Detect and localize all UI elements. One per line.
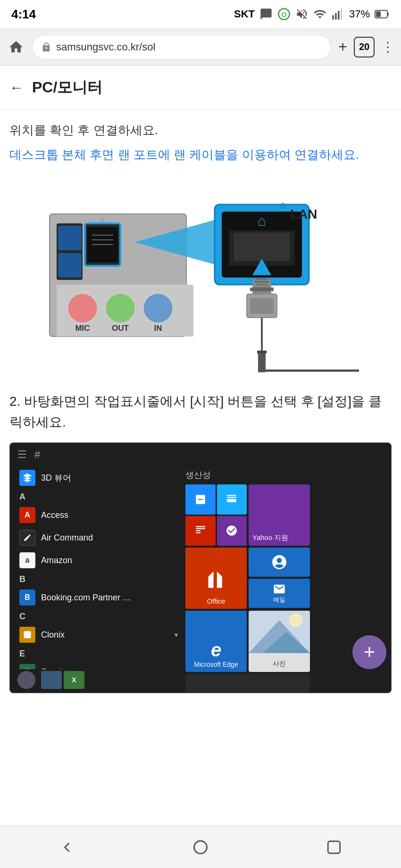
svg-rect-35 bbox=[252, 280, 271, 287]
link-text[interactable]: 데스크톱 본체 후면 랜 포트에 랜 케이블을 이용하여 연결하세요. bbox=[9, 145, 392, 165]
svg-rect-8 bbox=[376, 11, 381, 17]
svg-rect-43 bbox=[265, 369, 359, 372]
mail-tile[interactable]: 메일 bbox=[249, 579, 310, 608]
svg-rect-47 bbox=[24, 631, 31, 639]
svg-text:LAN: LAN bbox=[290, 207, 317, 221]
svg-rect-12 bbox=[58, 253, 82, 278]
svg-rect-41 bbox=[257, 351, 267, 353]
browser-actions: + 20 ⋮ bbox=[338, 37, 393, 57]
app-icon-3d bbox=[19, 470, 35, 486]
app-name-amazon: Amazon bbox=[41, 556, 72, 565]
win-hash-icon: # bbox=[34, 449, 40, 461]
svg-rect-39 bbox=[250, 298, 274, 314]
status-bar: 4:14 SKT O 37% bbox=[0, 0, 401, 28]
section-letter-a: A bbox=[17, 489, 180, 504]
svg-text:O: O bbox=[282, 11, 287, 18]
expand-arrow-icon: ▾ bbox=[175, 631, 178, 639]
home-nav-button[interactable] bbox=[186, 833, 215, 861]
excel-bottom-tile: X bbox=[64, 671, 84, 689]
app-name-3d: 3D 뷰어 bbox=[41, 472, 71, 483]
url-text: samsungsvc.co.kr/sol bbox=[56, 41, 155, 53]
recent-nav-button[interactable] bbox=[320, 833, 348, 861]
windows-screenshot: ☰ # 3D 뷰어 A A Acces bbox=[9, 442, 392, 693]
svg-text:⌂: ⌂ bbox=[100, 216, 105, 224]
site-lock-icon bbox=[41, 42, 51, 52]
lan-diagram: ⌂ MIC OUT IN ⌂ bbox=[9, 176, 392, 374]
battery-text: 37% bbox=[349, 8, 370, 20]
bottom-nav bbox=[0, 826, 401, 868]
talk-icon bbox=[259, 8, 273, 21]
svg-text:⌂: ⌂ bbox=[258, 213, 266, 229]
photos-tile-label: 사진 bbox=[273, 660, 286, 668]
svg-rect-3 bbox=[335, 13, 337, 20]
url-bar[interactable]: samsungsvc.co.kr/sol bbox=[32, 35, 331, 59]
list-item-excel[interactable]: X Excel bbox=[17, 661, 180, 669]
office-tile-label: Office bbox=[207, 597, 226, 605]
search-tile[interactable]: 탐색 bbox=[185, 674, 310, 693]
back-button[interactable]: ← bbox=[9, 80, 24, 96]
svg-rect-36 bbox=[250, 287, 274, 291]
list-item-aircommand[interactable]: Air Command bbox=[17, 526, 180, 549]
skype-tile[interactable] bbox=[249, 548, 310, 577]
status-icons: SKT O 37% bbox=[234, 8, 390, 21]
svg-rect-53 bbox=[328, 841, 341, 853]
app-icon-excel: X bbox=[19, 664, 35, 669]
win-app-list: 3D 뷰어 A A Access Air Command bbox=[10, 467, 180, 669]
app-icon-amazon: a bbox=[19, 552, 35, 568]
app-name-aircommand: Air Command bbox=[41, 533, 93, 543]
browser-bar: samsungsvc.co.kr/sol + 20 ⋮ bbox=[0, 28, 401, 66]
new-tab-button[interactable]: + bbox=[338, 38, 347, 56]
list-item-clonix[interactable]: Clonix ▾ bbox=[17, 623, 180, 646]
list-item-access[interactable]: A Access bbox=[17, 504, 180, 526]
yahoo-tile[interactable]: Yahoo 지원 bbox=[249, 484, 310, 546]
signal-icon bbox=[331, 8, 344, 21]
svg-rect-7 bbox=[387, 13, 389, 16]
office-tile[interactable]: Office bbox=[185, 548, 247, 609]
edge-tile-label: Microsoft Edge bbox=[194, 661, 238, 668]
svg-rect-31 bbox=[234, 233, 290, 261]
svg-rect-2 bbox=[332, 15, 334, 19]
app-name-booking: Booking.com Partner App (Samsun... bbox=[41, 593, 135, 603]
battery-icon bbox=[375, 9, 390, 19]
win-start-menu: 3D 뷰어 A A Access Air Command bbox=[10, 467, 391, 669]
app-icon-access: A bbox=[19, 507, 35, 523]
edge-tile[interactable]: e Microsoft Edge bbox=[185, 611, 247, 672]
fab-button[interactable]: + bbox=[352, 635, 386, 669]
svg-point-24 bbox=[143, 293, 173, 323]
svg-rect-40 bbox=[261, 318, 263, 355]
section-letter-e: E bbox=[17, 646, 180, 661]
app-name-excel: Excel bbox=[41, 667, 62, 670]
o-icon: O bbox=[277, 8, 291, 21]
back-nav-button[interactable] bbox=[53, 833, 81, 861]
status-time: 4:14 bbox=[11, 7, 36, 22]
app-icon-aircommand bbox=[19, 530, 35, 546]
tiles-section-title: 생산성 bbox=[185, 467, 385, 484]
list-item-booking[interactable]: B Booking.com Partner App (Samsun... bbox=[17, 586, 180, 609]
svg-rect-4 bbox=[338, 11, 340, 20]
section-letter-c: C bbox=[17, 609, 180, 623]
page-title: PC/모니터 bbox=[32, 77, 102, 98]
browser-menu-button[interactable]: ⋮ bbox=[381, 39, 393, 55]
svg-point-20 bbox=[67, 293, 98, 323]
win-taskbar-top: ☰ # bbox=[10, 443, 391, 467]
win-hamburger-icon: ☰ bbox=[17, 449, 27, 461]
yahoo-tile-label: Yahoo 지원 bbox=[252, 533, 288, 542]
tab-count-button[interactable]: 20 bbox=[354, 37, 375, 57]
svg-point-52 bbox=[194, 841, 207, 853]
bottom-tile-1 bbox=[41, 671, 62, 689]
photos-tile[interactable]: 사진 bbox=[249, 611, 310, 672]
list-item-amazon[interactable]: a Amazon bbox=[17, 549, 180, 572]
app-icon-clonix bbox=[19, 627, 35, 643]
svg-text:⌂: ⌂ bbox=[280, 199, 286, 211]
content-area: 위치를 확인 후 연결하세요. 데스크톱 본체 후면 랜 포트에 랜 케이블을 … bbox=[0, 110, 401, 752]
home-button[interactable] bbox=[8, 39, 25, 56]
svg-rect-5 bbox=[341, 8, 343, 19]
svg-text:OUT: OUT bbox=[112, 324, 129, 333]
intro-text: 위치를 확인 후 연결하세요. bbox=[9, 121, 392, 139]
svg-point-51 bbox=[289, 613, 303, 627]
list-item[interactable]: 3D 뷰어 bbox=[17, 467, 180, 489]
svg-rect-42 bbox=[258, 353, 266, 372]
app-name-clonix: Clonix bbox=[41, 630, 65, 640]
multi-tile-group bbox=[185, 484, 247, 546]
app-name-access: Access bbox=[41, 510, 68, 520]
